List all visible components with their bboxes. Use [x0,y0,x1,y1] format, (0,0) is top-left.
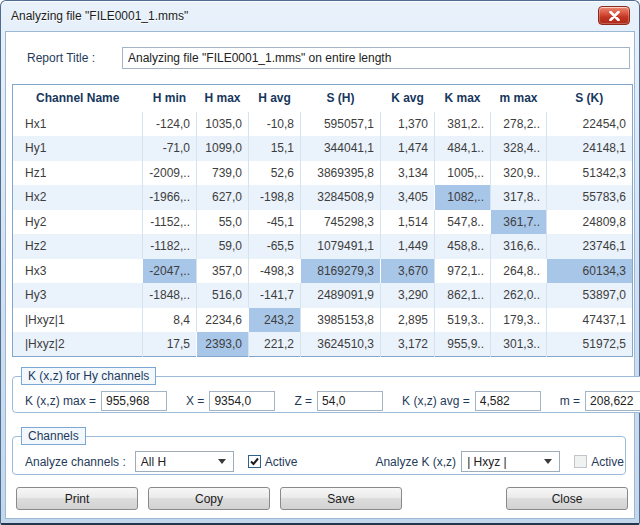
value-cell: 972,1.. [435,259,491,284]
value-cell: 264,8.. [491,259,547,284]
value-cell: 1,449 [381,234,435,259]
table-row: Hz2-1182,..59,0-65,51079491,11,449458,8.… [13,234,633,259]
value-cell: 3624510,3 [301,332,381,357]
checkmark-icon [249,456,260,467]
table-row: Hx3-2047,..357,0-498,38169279,33,670972,… [13,259,633,284]
value-cell: 179,3.. [491,308,547,333]
chevron-down-icon [544,459,552,464]
copy-button[interactable]: Copy [148,487,270,510]
analyze-kxz-select[interactable]: | Hxyz | [461,451,560,472]
report-title-input[interactable] [122,47,630,69]
kxz-field: K (x,z) max = [25,391,167,411]
value-cell: 47437,1 [547,308,633,333]
window-title: Analyzing file "FILE0001_1.mms" [11,9,188,23]
value-cell: 381,2.. [435,112,491,137]
close-dialog-button[interactable]: Close [506,487,628,510]
column-header: H max [197,85,249,112]
value-cell: -198,8 [249,185,301,210]
value-cell: 3,172 [381,332,435,357]
value-cell: 320,9.. [491,161,547,186]
active-kxz-checkbox[interactable] [574,455,587,468]
table-row: Hy2-1152,..55,0-45,1745298,31,514547,8..… [13,210,633,235]
value-cell: 17,5 [143,332,197,357]
value-cell: 2489091,9 [301,283,381,308]
value-cell: -45,1 [249,210,301,235]
value-cell: 955,9.. [435,332,491,357]
kxz-field-input[interactable] [209,391,275,411]
channel-name-cell: Hz2 [13,234,143,259]
table-row: Hy1-71,01099,015,1344041,11,474484,1..32… [13,136,633,161]
value-cell: 3,134 [381,161,435,186]
value-cell: 361,7.. [491,210,547,235]
kxz-field-label: X = [186,394,204,408]
value-cell: 3,670 [381,259,435,284]
value-cell: 3985153,8 [301,308,381,333]
channel-name-cell: |Hxyz|1 [13,308,143,333]
value-cell: 595057,1 [301,112,381,137]
kxz-field-label: m = [560,394,580,408]
value-cell: 1,370 [381,112,435,137]
table-header-row: Channel NameH minH maxH avgS (H)K avgK m… [13,85,633,112]
value-cell: 23746,1 [547,234,633,259]
value-cell: 53897,0 [547,283,633,308]
kxz-field-input[interactable] [475,391,541,411]
table-row: Hz1-2009,..739,052,63869395,83,1341005,.… [13,161,633,186]
value-cell: -141,7 [249,283,301,308]
value-cell: 627,0 [197,185,249,210]
value-cell: -498,3 [249,259,301,284]
value-cell: 519,3.. [435,308,491,333]
column-header: K max [435,85,491,112]
report-title-label: Report Title : [27,51,95,65]
kxz-group-legend: K (x,z) for Hy channels [21,367,156,385]
value-cell: 328,4.. [491,136,547,161]
value-cell: 52,6 [249,161,301,186]
value-cell: -1848,.. [143,283,197,308]
analyze-channels-label: Analyze channels : [25,455,126,469]
column-header: Channel Name [13,85,143,112]
channels-group: Channels Analyze channels : All H Active… [12,427,626,475]
column-header: H avg [249,85,301,112]
channel-name-cell: Hx2 [13,185,143,210]
kxz-field-input[interactable] [317,391,383,411]
value-cell: 2234,6 [197,308,249,333]
column-header: S (H) [301,85,381,112]
value-cell: 2,895 [381,308,435,333]
analyze-channels-select[interactable]: All H [135,451,234,472]
kxz-field: K (x,z) avg = [402,391,541,411]
column-header: S (K) [547,85,633,112]
value-cell: 24809,8 [547,210,633,235]
close-button[interactable] [598,6,630,25]
value-cell: 1035,0 [197,112,249,137]
value-cell: -1182,.. [143,234,197,259]
value-cell: 8169279,3 [301,259,381,284]
kxz-field: m = [560,391,640,411]
kxz-group: K (x,z) for Hy channels K (x,z) max =X =… [12,367,640,413]
titlebar[interactable]: Analyzing file "FILE0001_1.mms" [1,1,639,31]
value-cell: 317,8.. [491,185,547,210]
value-cell: 745298,3 [301,210,381,235]
value-cell: 262,0.. [491,283,547,308]
value-cell: 1082,.. [435,185,491,210]
value-cell: 3,290 [381,283,435,308]
table-row: Hy3-1848,..516,0-141,72489091,93,290862,… [13,283,633,308]
active-channels-checkbox[interactable] [248,455,261,468]
value-cell: 243,2 [249,308,301,333]
value-cell: -65,5 [249,234,301,259]
value-cell: 357,0 [197,259,249,284]
value-cell: 15,1 [249,136,301,161]
table-row: Hx2-1966,..627,0-198,83284508,93,4051082… [13,185,633,210]
value-cell: 51972,5 [547,332,633,357]
print-button[interactable]: Print [16,487,138,510]
analyze-kxz-label: Analyze K (x,z) [375,455,456,469]
kxz-field-label: K (x,z) max = [25,394,96,408]
kxz-field-input[interactable] [585,391,640,411]
value-cell: 51342,3 [547,161,633,186]
value-cell: 1099,0 [197,136,249,161]
value-cell: 3,405 [381,185,435,210]
value-cell: -10,8 [249,112,301,137]
value-cell: -2047,.. [143,259,197,284]
table-row: Hx1-124,01035,0-10,8595057,11,370381,2..… [13,112,633,137]
channel-name-cell: |Hxyz|2 [13,332,143,357]
kxz-field-input[interactable] [101,391,167,411]
save-button[interactable]: Save [280,487,402,510]
